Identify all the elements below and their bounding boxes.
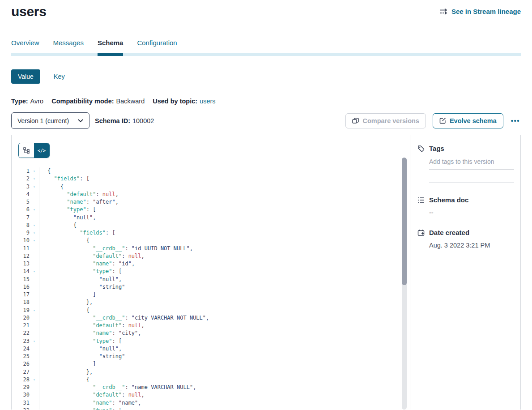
line-number: 6 <box>12 206 30 214</box>
line-number: 31 <box>12 399 30 407</box>
used-by-topic-link[interactable]: users <box>200 98 215 105</box>
line-number: 10 <box>12 237 30 244</box>
code-line: 12 "default": null, <box>12 252 410 260</box>
code-text: }, <box>39 299 93 306</box>
sidebar-divider <box>429 182 514 183</box>
editor-scrollbar-thumb[interactable] <box>402 158 407 285</box>
fold-toggle-icon[interactable]: ▾ <box>30 268 39 275</box>
schema-id-value: 100002 <box>132 117 154 124</box>
fold-toggle-icon[interactable]: ▾ <box>30 237 39 244</box>
fold-toggle-icon[interactable]: ▾ <box>30 175 39 183</box>
add-tags-input[interactable] <box>429 158 514 170</box>
code-text: "string" <box>39 283 125 291</box>
code-text: { <box>39 222 77 229</box>
code-line: 19▾ { <box>12 307 410 314</box>
code-line: 30 "default": null, <box>12 391 410 399</box>
lineage-link-label: See in Stream lineage <box>451 8 521 15</box>
evolve-schema-label: Evolve schema <box>450 117 497 124</box>
tree-view-button[interactable] <box>19 143 34 158</box>
line-number: 16 <box>12 283 30 291</box>
code-line: 26 ] <box>12 360 410 368</box>
fold-spacer <box>30 314 39 322</box>
line-number: 23 <box>12 337 30 345</box>
code-text: "null", <box>39 345 122 353</box>
compatibility-value: Backward <box>116 98 145 105</box>
tags-title: Tags <box>429 145 444 152</box>
tab-schema[interactable]: Schema <box>98 39 123 47</box>
more-options-button[interactable]: ••• <box>510 116 521 125</box>
code-text: "default": null, <box>39 252 145 260</box>
fold-toggle-icon[interactable]: ▾ <box>30 183 39 191</box>
code-line: 32▾ "type": [ <box>12 407 410 410</box>
fold-toggle-icon[interactable]: ▾ <box>30 307 39 314</box>
fold-toggle-icon[interactable]: ▾ <box>30 407 39 410</box>
code-text: "string" <box>39 353 125 360</box>
fold-spacer <box>30 191 39 198</box>
line-number: 4 <box>12 191 30 198</box>
date-created-title: Date created <box>429 229 469 236</box>
fold-toggle-icon[interactable]: ▾ <box>30 206 39 214</box>
compatibility-label: Compatibility mode: <box>51 98 114 105</box>
fold-spacer <box>30 252 39 260</box>
code-text: { <box>39 307 89 314</box>
date-created-section: Date created Aug. 3 2022 3:21 PM <box>417 229 514 249</box>
code-view-button[interactable]: </> <box>34 143 49 158</box>
code-line: 17 ] <box>12 291 410 299</box>
line-number: 14 <box>12 268 30 275</box>
code-text: "null", <box>39 214 96 222</box>
schema-meta-row: Type: Avro Compatibility mode: Backward … <box>11 98 521 105</box>
code-line: 31 "name": "name", <box>12 399 410 407</box>
line-number: 5 <box>12 198 30 206</box>
fold-toggle-icon[interactable]: ▾ <box>30 229 39 237</box>
line-number: 15 <box>12 276 30 283</box>
code-text: "__crdb__": "id UUID NOT NULL", <box>39 245 193 252</box>
fold-spacer <box>30 360 39 368</box>
used-by-topic-label: Used by topic: <box>153 98 197 105</box>
line-number: 26 <box>12 360 30 368</box>
line-number: 27 <box>12 368 30 376</box>
code-line: 1▾{ <box>12 167 410 175</box>
tab-overview[interactable]: Overview <box>11 39 39 47</box>
evolve-schema-button[interactable]: Evolve schema <box>433 113 503 128</box>
tab-configuration[interactable]: Configuration <box>137 39 177 47</box>
code-line: 7 "null", <box>12 214 410 222</box>
chevron-down-icon <box>78 119 83 123</box>
code-text: "fields": [ <box>39 175 89 183</box>
see-in-stream-lineage-link[interactable]: See in Stream lineage <box>440 8 521 15</box>
version-select[interactable]: Version 1 (current) <box>11 112 89 129</box>
line-number: 29 <box>12 384 30 391</box>
editor-scrollbar-track[interactable] <box>402 158 407 410</box>
fold-toggle-icon[interactable]: ▾ <box>30 167 39 175</box>
code-text: ] <box>39 291 96 299</box>
code-line: 4 "default": null, <box>12 191 410 198</box>
fold-spacer <box>30 198 39 206</box>
code-line: 14▾ "type": [ <box>12 268 410 275</box>
fold-toggle-icon[interactable]: ▾ <box>30 376 39 384</box>
key-tab-link[interactable]: Key <box>54 73 65 80</box>
compare-versions-label: Compare versions <box>362 117 419 124</box>
code-text: "name": "after", <box>39 198 119 206</box>
line-number: 20 <box>12 314 30 322</box>
code-line: 13 "name": "id", <box>12 260 410 268</box>
type-value: Avro <box>30 98 44 105</box>
tabbar: OverviewMessagesSchemaConfiguration <box>11 39 521 56</box>
compare-versions-button[interactable]: Compare versions <box>345 113 426 128</box>
code-line: 10▾ { <box>12 237 410 244</box>
edit-icon <box>439 117 446 124</box>
value-tab-button[interactable]: Value <box>11 69 40 84</box>
code-line: 29 "__crdb__": "name VARCHAR NULL", <box>12 384 410 391</box>
line-number: 28 <box>12 376 30 384</box>
fold-toggle-icon[interactable]: ▾ <box>30 337 39 345</box>
fold-toggle-icon[interactable]: ▾ <box>30 222 39 229</box>
schema-doc-section: Schema doc -- <box>417 196 514 216</box>
code-text: "__crdb__": "name VARCHAR NULL", <box>39 384 196 391</box>
code-line: 9▾ "fields": [ <box>12 229 410 237</box>
code-line: 2▾ "fields": [ <box>12 175 410 183</box>
schema-meta-sidebar: Tags Schema doc -- <box>410 135 520 410</box>
tab-messages[interactable]: Messages <box>53 39 84 47</box>
code-line: 27 }, <box>12 368 410 376</box>
schema-page: users See in Stream lineage OverviewMess… <box>0 0 532 410</box>
line-number: 25 <box>12 353 30 360</box>
code-text: "default": null, <box>39 391 145 399</box>
fold-spacer <box>30 322 39 329</box>
